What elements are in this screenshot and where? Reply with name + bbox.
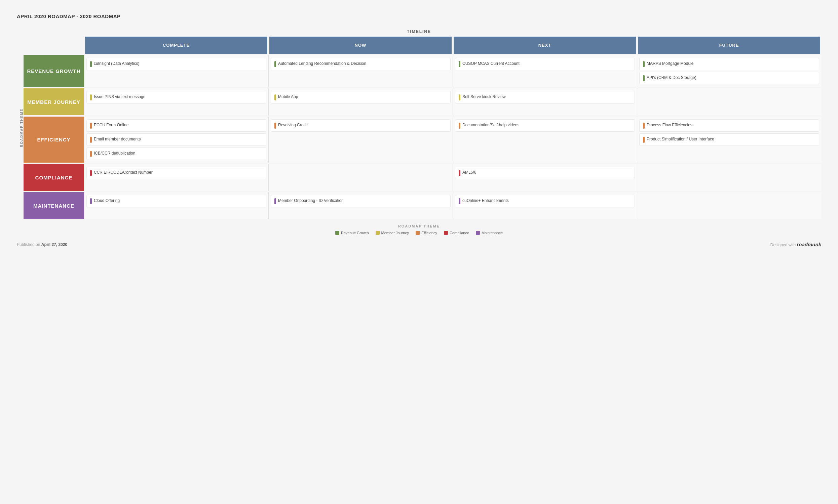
item-card: Documentation/Self-help videos <box>455 119 635 132</box>
item-card: Product Simplification / User Interface <box>639 133 819 146</box>
item-card: Revolving Credit <box>271 119 451 132</box>
item-text: AML5/6 <box>462 170 476 175</box>
item-text: Product Simplification / User Interface <box>647 137 714 142</box>
item-text: ECCU Form Online <box>94 122 128 128</box>
item-dot <box>643 61 645 67</box>
data-cell: Mobile App <box>268 88 453 115</box>
legend-label: Revenue Growth <box>341 231 369 235</box>
item-text: ICB/CCR deduplication <box>94 150 135 156</box>
data-cell: cuOnline+ Enhancements <box>453 192 637 219</box>
item-text: MARPS Mortgage Module <box>647 61 693 67</box>
bottom-section: ROADMAP THEME Revenue GrowthMember Journ… <box>17 224 821 235</box>
footer-brand: Designed with roadmunk <box>770 241 821 247</box>
item-text: Cloud Offering <box>94 198 120 204</box>
legend-label: Efficiency <box>421 231 437 235</box>
legend-color <box>376 231 380 235</box>
item-dot <box>274 198 276 204</box>
item-text: Revolving Credit <box>278 122 308 128</box>
item-text: Automated Lending Recommendation & Decis… <box>278 61 366 67</box>
item-card: Member Onboarding - ID Verification <box>271 195 451 207</box>
item-card: ECCU Form Online <box>86 119 266 132</box>
item-text: cuOnline+ Enhancements <box>462 198 509 204</box>
item-dot <box>643 137 645 143</box>
item-text: Process Flow Efficiencies <box>647 122 693 128</box>
left-axis-label: ROADMAP THEME <box>17 37 23 219</box>
legend-label: Maintenance <box>482 231 503 235</box>
legend-color <box>335 231 339 235</box>
legend-label: Member Journey <box>381 231 409 235</box>
data-cell: Automated Lending Recommendation & Decis… <box>268 55 453 87</box>
item-dot <box>90 198 92 204</box>
theme-cell-member-journey: MEMBER JOURNEY <box>23 88 84 115</box>
item-dot <box>459 123 460 129</box>
legend-item: Efficiency <box>416 231 437 235</box>
data-row: MEMBER JOURNEYIssue PINS via text messag… <box>23 88 821 115</box>
item-dot <box>274 61 276 67</box>
item-dot <box>274 123 276 129</box>
data-cell <box>637 164 821 191</box>
item-card: Process Flow Efficiencies <box>639 119 819 132</box>
item-card: ICB/CCR deduplication <box>86 147 266 160</box>
data-cell <box>637 88 821 115</box>
data-cell: Self Serve kiosk Review <box>453 88 637 115</box>
col-next: NEXT <box>454 37 636 54</box>
item-text: Self Serve kiosk Review <box>462 94 506 100</box>
item-card: CCR EIRCODE/Contact Number <box>86 167 266 179</box>
item-card: cuInsight (Data Analytics) <box>86 58 266 70</box>
item-dot <box>459 198 460 204</box>
item-dot <box>90 94 92 101</box>
legend: Revenue GrowthMember JourneyEfficiencyCo… <box>17 231 821 235</box>
data-cell: CUSOP MCAS Current Account <box>453 55 637 87</box>
legend-color <box>416 231 420 235</box>
item-dot <box>90 61 92 67</box>
item-dot <box>459 61 460 67</box>
data-cell: Documentation/Self-help videos <box>453 116 637 163</box>
legend-label: Compliance <box>450 231 469 235</box>
timeline-label: TIMELINE <box>17 29 821 34</box>
item-dot <box>459 94 460 101</box>
data-cell: Revolving Credit <box>268 116 453 163</box>
data-cell: Member Onboarding - ID Verification <box>268 192 453 219</box>
roadmap-theme-label: ROADMAP THEME <box>17 224 821 228</box>
data-cell <box>268 164 453 191</box>
legend-item: Revenue Growth <box>335 231 369 235</box>
theme-cell-compliance: COMPLIANCE <box>23 164 84 191</box>
legend-color <box>444 231 448 235</box>
item-card: CUSOP MCAS Current Account <box>455 58 635 70</box>
item-text: CUSOP MCAS Current Account <box>462 61 520 67</box>
item-card: cuOnline+ Enhancements <box>455 195 635 207</box>
item-dot <box>459 170 460 176</box>
item-card: AML5/6 <box>455 167 635 179</box>
data-cell: Process Flow EfficienciesProduct Simplif… <box>637 116 821 163</box>
item-text: CCR EIRCODE/Contact Number <box>94 170 153 175</box>
footer: Published on April 27, 2020 Designed wit… <box>17 241 821 247</box>
col-complete: COMPLETE <box>85 37 267 54</box>
item-dot <box>90 151 92 157</box>
item-text: Issue PINS via text message <box>94 94 145 100</box>
theme-cell-maintenance: MAINTENANCE <box>23 192 84 219</box>
item-card: Email member documents <box>86 133 266 146</box>
item-text: Documentation/Self-help videos <box>462 122 519 128</box>
item-text: Mobile App <box>278 94 298 100</box>
data-cell: MARPS Mortgage ModuleAPI's (CRM & Doc St… <box>637 55 821 87</box>
footer-published: Published on April 27, 2020 <box>17 242 67 247</box>
item-dot <box>274 94 276 101</box>
item-dot <box>90 137 92 143</box>
item-card: Automated Lending Recommendation & Decis… <box>271 58 451 70</box>
item-dot <box>90 123 92 129</box>
theme-cell-efficiency: EFFICIENCY <box>23 116 84 163</box>
data-row: REVENUE GROWTHcuInsight (Data Analytics)… <box>23 55 821 87</box>
item-card: MARPS Mortgage Module <box>639 58 819 70</box>
legend-color <box>476 231 480 235</box>
data-cell: AML5/6 <box>453 164 637 191</box>
item-text: Email member documents <box>94 137 141 142</box>
data-cell: ECCU Form OnlineEmail member documentsIC… <box>84 116 268 163</box>
legend-item: Compliance <box>444 231 469 235</box>
item-dot <box>643 75 645 81</box>
data-row: COMPLIANCECCR EIRCODE/Contact NumberAML5… <box>23 164 821 191</box>
item-card: API's (CRM & Doc Storage) <box>639 72 819 84</box>
legend-item: Maintenance <box>476 231 503 235</box>
item-text: Member Onboarding - ID Verification <box>278 198 344 204</box>
col-future: FUTURE <box>638 37 820 54</box>
item-card: Issue PINS via text message <box>86 91 266 104</box>
